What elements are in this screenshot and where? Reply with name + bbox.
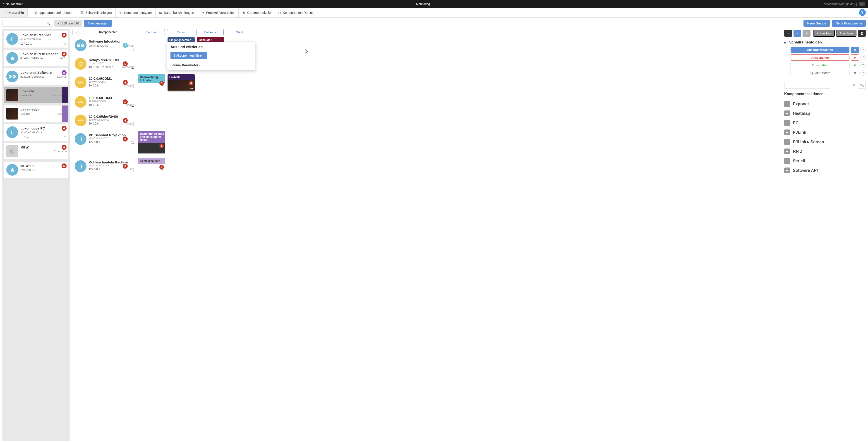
action-item-exponat[interactable]: +Exponat — [784, 99, 866, 109]
action-item-software-api[interactable]: +Software API — [784, 166, 866, 175]
popover-note: (Keine Parameter) — [170, 63, 252, 67]
tech-card[interactable]: ▯ PC Bahnhof Projektion a0:a0:a0:a0:a0:3… — [72, 131, 136, 147]
search-icon[interactable]: 🔍 — [46, 22, 50, 25]
action-item-heatmap[interactable]: +Heatmap — [784, 109, 866, 118]
col-header-komponenten: Komponenten — [81, 31, 135, 34]
seq-help-button[interactable]: ? — [860, 70, 866, 75]
card-title: MEW999 — [20, 164, 67, 168]
user-email[interactable]: asbach@insynergie.de [ ] — [824, 2, 857, 6]
save-button[interactable]: Speichern — [836, 30, 857, 37]
login-icon[interactable]: ⇥ — [131, 104, 134, 108]
action-item-pc[interactable]: +PC — [784, 118, 866, 128]
room-card[interactable]: Bahnhofprojektion und ein längerer Name … — [138, 131, 165, 156]
card-title: MEW — [20, 145, 67, 149]
login-icon[interactable]: ⇥ — [131, 169, 134, 172]
tech-card[interactable]: ◂I/O▸ 10.0.0.6/COM3 10.0.0.6/COM3 10.0.0… — [72, 94, 136, 110]
wizard-button[interactable]: ✦ — [803, 30, 810, 37]
new-component-button[interactable]: Neue Komponente — [832, 20, 866, 27]
popover-execute-button[interactable]: 9 Aktionen ausführen — [170, 52, 207, 59]
tab-ger-teprotokolle[interactable]: 🗎Geräteprotokolle — [239, 8, 275, 18]
show-all-button[interactable]: Alles anzeigen — [84, 20, 112, 27]
tech-card[interactable]: ◂I/O▸ 10.0.0.6//dev/ttyS0 10.0.0.6//dev/… — [72, 112, 136, 129]
left-card-5[interactable]: ▯ Lokomotive PC a0:a0:a0:a0:a0:1e 127.0.… — [4, 124, 68, 141]
status-badge: 6 — [123, 99, 128, 104]
card-thumb: ◉ — [6, 52, 18, 64]
tech-foot: 127.0.0.1 — [89, 140, 100, 144]
card-title: Lokomotive PC — [20, 126, 67, 130]
card-sub: ::ffff:10.0.0.6 — [20, 168, 67, 171]
login-icon[interactable]: ⇥ — [161, 168, 163, 171]
card-thumb — [6, 89, 18, 101]
action-item-rfid[interactable]: +RFID — [784, 147, 866, 156]
action-label: PJLink — [793, 130, 806, 135]
section-schaltreihenfolgen[interactable]: Schaltreihenfolgen — [784, 39, 866, 46]
login-icon[interactable]: ⇥ — [190, 38, 193, 42]
search-input[interactable] — [2, 20, 52, 27]
seq-help-button[interactable]: ? — [860, 62, 866, 68]
card-sub: a0:a0:a0:a0:a0:1e — [20, 131, 67, 134]
login-icon[interactable]: ⇥ — [131, 142, 134, 145]
tab-schaltreihenfolgen[interactable]: ☰Schaltreihenfolgen — [77, 8, 116, 18]
action-item-pjlink[interactable]: +PJLink — [784, 128, 866, 137]
tech-title: 10.0.0.6/COM1 — [89, 76, 133, 81]
tech-card[interactable]: ▯ Kohleschaufeln Rechner a0:a0:a0:a0:a0:… — [72, 158, 136, 174]
home-link[interactable]: ⌂ NeuroomNet — [3, 2, 23, 6]
login-icon[interactable]: ⇥ — [131, 67, 134, 70]
seq-help-button[interactable]: ? — [860, 55, 866, 60]
tab-komponenten-demos[interactable]: ▢Komponenten Demos — [274, 8, 317, 18]
lang-toggle[interactable]: A/あ — [859, 2, 865, 6]
action-search-input[interactable] — [784, 82, 830, 89]
filter-pill[interactable]: ▼ 310 von 310 — [54, 20, 82, 27]
left-card-7[interactable]: ◉ MEW999 ::ffff:10.0.0.6 6 — [4, 162, 68, 178]
action-item-seriell[interactable]: +Seriell — [784, 156, 866, 166]
seq-button-Quick Restart[interactable]: Quick Restart — [790, 70, 849, 76]
tech-card[interactable]: ◂I/O▸ 10.0.0.6/COM1 10.0.0.6/COM1 10.0.0… — [72, 74, 136, 91]
login-icon[interactable]: ⇥ — [131, 85, 134, 89]
card-title: Lokdienst Rechner — [20, 33, 67, 37]
seq-button-Einschalten[interactable]: Einschalten — [790, 62, 849, 68]
login-icon[interactable]: ⇥ — [131, 123, 134, 127]
login-icon[interactable]: ⇥ — [190, 87, 193, 90]
login-icon[interactable]: ⇥ — [161, 151, 163, 154]
collapse-panel-button[interactable]: » — [784, 30, 792, 37]
tech-card[interactable]: ⬡ Relays dS378 8Rel Relays dS378 192.168… — [72, 56, 136, 72]
login-icon[interactable]: ⇥ — [161, 84, 163, 87]
status-badge: 6 — [62, 145, 67, 150]
col-header-stadt[interactable]: Stadt — [226, 29, 253, 35]
col-header-raum[interactable]: Raum — [167, 29, 194, 35]
left-panel: ▯ Lokdienst Rechner a0:a0:a0:a0:a0:a0 12… — [2, 29, 70, 441]
expand-all-button[interactable]: ⤡ — [72, 29, 79, 35]
seq-button-Aus und wieder an[interactable]: Aus und wieder an — [790, 46, 849, 53]
building-card[interactable]: Lokhalle 6 ⇥ — [167, 74, 195, 91]
login-icon[interactable]: ⇥ — [131, 48, 134, 52]
tab-komponententypen[interactable]: 🏷Komponententypen — [116, 8, 156, 18]
left-card-2[interactable]: ⚙⚙ Lokdienst Software de.is.ddm.lokdiens… — [4, 68, 68, 85]
seq-help-button[interactable]: ? — [860, 47, 866, 53]
left-card-6[interactable]: ▧ MEW Exponat ⇥ 6 — [4, 143, 68, 159]
card-title: Lokomotive — [20, 108, 67, 112]
room-card[interactable]: Überwachung Lokhalle 6 ⇥ — [138, 74, 165, 89]
action-item-pjlink---screen[interactable]: +PJLink ▸ Screen — [784, 137, 866, 147]
left-card-3[interactable]: Lokhalle Gebäude 1Ausstellung 6 — [4, 87, 68, 103]
clear-icon[interactable]: × — [853, 83, 855, 87]
seq-button-Ausschalten[interactable]: Ausschalten — [790, 54, 849, 61]
room-card[interactable]: Kohleschaufeln 6 ⇥ — [138, 158, 165, 172]
tab-kartenbeschriftungen[interactable]: ▭Kartenbeschriftungen — [156, 8, 198, 18]
left-card-0[interactable]: ▯ Lokdienst Rechner a0:a0:a0:a0:a0:a0 12… — [4, 31, 68, 48]
settings-button[interactable]: ≡ — [794, 30, 801, 37]
help-button[interactable]: ? — [859, 9, 866, 16]
cancel-button[interactable]: Abbrechen — [813, 30, 835, 37]
action-search-button[interactable]: 🔍 — [858, 82, 866, 89]
card-stripe — [62, 105, 68, 122]
col-header-technik[interactable]: Technik — [138, 29, 165, 35]
delete-button[interactable]: 🗑 — [858, 30, 866, 37]
tech-card[interactable]: ⚙⚙ Software Infostation de.nrn.foyer.inf… — [72, 37, 136, 54]
left-card-1[interactable]: ◉ Lokdienst RFID Reader 00:41:7E:54:45:3… — [4, 50, 68, 66]
left-card-4[interactable]: Lokomotive LokhalleExponat 6 — [4, 105, 68, 122]
new-group-button[interactable]: Neue Gruppe — [804, 20, 830, 27]
col-header-gebaeude[interactable]: Gebäude — [196, 29, 224, 35]
action-label: PC — [793, 121, 799, 125]
tab-gruppenarten-und--ebenen[interactable]: ≡Gruppenarten und -ebenen — [28, 8, 77, 18]
tab-hierarchie[interactable]: ⬚Hierarchie — [0, 8, 28, 18]
tab-protokoll-verarbeiter[interactable]: ⇄Protokoll Verarbeiter — [198, 8, 239, 18]
